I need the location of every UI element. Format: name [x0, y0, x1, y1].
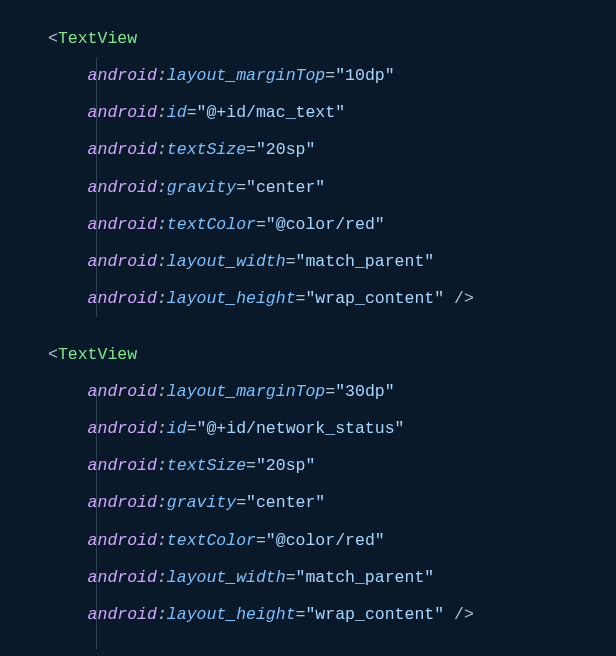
xml-attribute: layout_height	[167, 289, 296, 308]
code-line: android:layout_marginTop="10dp"	[48, 57, 616, 94]
code-line: android:textSize="20sp"	[48, 131, 616, 168]
equals: =	[325, 382, 335, 401]
colon: :	[157, 605, 167, 624]
xml-string: "center"	[246, 493, 325, 512]
code-line: <TextView	[48, 336, 616, 373]
xml-namespace: android	[88, 66, 157, 85]
punctuation: <	[48, 29, 58, 48]
colon: :	[157, 568, 167, 587]
colon: :	[157, 215, 167, 234]
code-line: android:textColor="@color/red"	[48, 206, 616, 243]
code-line: android:id="@+id/network_status"	[48, 410, 616, 447]
xml-string: "@color/red"	[266, 215, 385, 234]
xml-tag: TextView	[58, 345, 137, 364]
xml-string: "wrap_content"	[305, 605, 444, 624]
colon: :	[157, 178, 167, 197]
code-line: android:gravity="center"	[48, 169, 616, 206]
equals: =	[236, 178, 246, 197]
punctuation: <	[48, 345, 58, 364]
colon: :	[157, 382, 167, 401]
xml-string: "10dp"	[335, 66, 394, 85]
colon: :	[157, 289, 167, 308]
colon: :	[157, 103, 167, 122]
colon: :	[157, 531, 167, 550]
xml-attribute: layout_width	[167, 252, 286, 271]
xml-namespace: android	[88, 493, 157, 512]
code-line: android:layout_width="match_parent"	[48, 243, 616, 280]
equals: =	[236, 493, 246, 512]
xml-namespace: android	[88, 568, 157, 587]
xml-attribute: gravity	[167, 493, 236, 512]
xml-namespace: android	[88, 531, 157, 550]
xml-string: "@+id/mac_text"	[197, 103, 346, 122]
xml-attribute: layout_marginTop	[167, 66, 325, 85]
equals: =	[256, 215, 266, 234]
xml-attribute: textSize	[167, 140, 246, 159]
xml-string: "match_parent"	[296, 252, 435, 271]
code-line: android:layout_width="match_parent"	[48, 559, 616, 596]
tag-close: />	[444, 605, 474, 624]
xml-namespace: android	[88, 252, 157, 271]
equals: =	[187, 103, 197, 122]
code-line: android:layout_height="wrap_content" />	[48, 280, 616, 317]
xml-namespace: android	[88, 103, 157, 122]
xml-string: "center"	[246, 178, 325, 197]
xml-namespace: android	[88, 605, 157, 624]
xml-attribute: id	[167, 103, 187, 122]
xml-tag: TextView	[58, 29, 137, 48]
xml-string: "@color/red"	[266, 531, 385, 550]
xml-string: "match_parent"	[296, 568, 435, 587]
code-line: android:textColor="@color/red"	[48, 522, 616, 559]
xml-namespace: android	[88, 215, 157, 234]
colon: :	[157, 419, 167, 438]
tag-close: />	[444, 289, 474, 308]
xml-string: "20sp"	[256, 140, 315, 159]
xml-namespace: android	[88, 419, 157, 438]
xml-attribute: textColor	[167, 215, 256, 234]
xml-string: "wrap_content"	[305, 289, 444, 308]
equals: =	[256, 531, 266, 550]
code-line: android:layout_marginTop="30dp"	[48, 373, 616, 410]
equals: =	[246, 140, 256, 159]
code-line: android:textSize="20sp"	[48, 447, 616, 484]
xml-namespace: android	[88, 178, 157, 197]
xml-attribute: layout_height	[167, 605, 296, 624]
colon: :	[157, 456, 167, 475]
colon: :	[157, 252, 167, 271]
colon: :	[157, 140, 167, 159]
equals: =	[296, 289, 306, 308]
equals: =	[286, 568, 296, 587]
xml-attribute: layout_marginTop	[167, 382, 325, 401]
xml-namespace: android	[88, 382, 157, 401]
xml-attribute: id	[167, 419, 187, 438]
code-line: <TextView	[48, 20, 616, 57]
blank-line	[48, 317, 616, 336]
code-line: android:layout_height="wrap_content" />	[48, 596, 616, 633]
equals: =	[187, 419, 197, 438]
xml-attribute: textColor	[167, 531, 256, 550]
equals: =	[286, 252, 296, 271]
xml-string: "@+id/network_status"	[197, 419, 405, 438]
colon: :	[157, 493, 167, 512]
xml-attribute: layout_width	[167, 568, 286, 587]
equals: =	[246, 456, 256, 475]
xml-attribute: textSize	[167, 456, 246, 475]
xml-string: "20sp"	[256, 456, 315, 475]
code-line: android:id="@+id/mac_text"	[48, 94, 616, 131]
equals: =	[325, 66, 335, 85]
xml-namespace: android	[88, 140, 157, 159]
code-editor: <TextView android:layout_marginTop="10dp…	[48, 20, 616, 633]
xml-namespace: android	[88, 456, 157, 475]
equals: =	[296, 605, 306, 624]
xml-attribute: gravity	[167, 178, 236, 197]
code-line: android:gravity="center"	[48, 484, 616, 521]
xml-string: "30dp"	[335, 382, 394, 401]
colon: :	[157, 66, 167, 85]
xml-namespace: android	[88, 289, 157, 308]
